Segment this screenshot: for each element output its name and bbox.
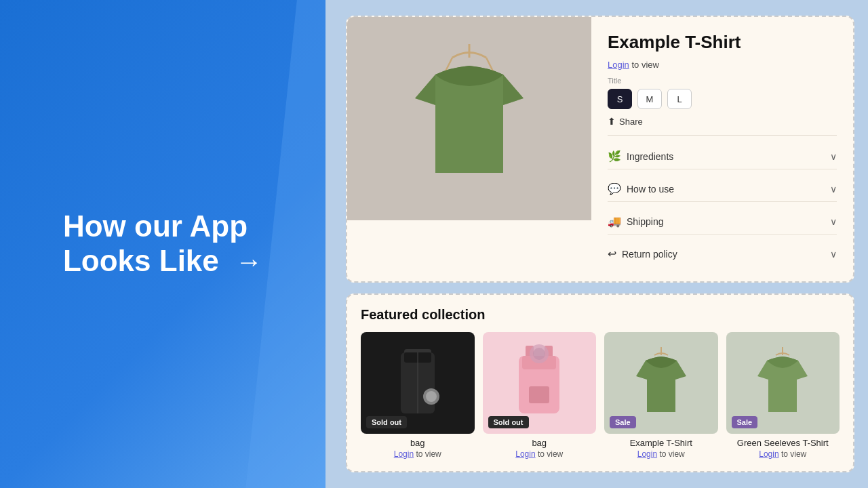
tshirt1-login: Login to view <box>637 449 685 459</box>
accordion-ingredients[interactable]: 🌿 Ingredients ∨ <box>608 144 837 169</box>
svg-rect-13 <box>529 386 549 403</box>
tshirt1-image: Sale <box>604 332 718 434</box>
return-policy-label: Return policy <box>622 249 677 260</box>
size-l-button[interactable]: L <box>667 89 692 109</box>
share-label: Share <box>619 117 643 127</box>
product-image <box>347 17 591 220</box>
accordion-how-to-use[interactable]: 💬 How to use ∨ <box>608 176 837 202</box>
sale-badge-2: Sale <box>732 416 758 428</box>
arrow-icon: → <box>235 246 262 277</box>
bag-black-name: bag <box>410 438 425 448</box>
chevron-down-icon: ∨ <box>830 216 837 227</box>
size-s-button[interactable]: S <box>608 89 632 109</box>
hero-line2: Looks Like → <box>63 244 262 279</box>
size-m-button[interactable]: M <box>637 89 662 109</box>
bag-black-image: Sold out <box>361 332 475 434</box>
sale-badge-1: Sale <box>610 416 636 428</box>
sold-out-badge-2: Sold out <box>488 416 529 428</box>
shipping-label: Shipping <box>627 216 664 227</box>
tshirt2-login: Login to view <box>759 449 806 459</box>
hero-line1: How our App <box>63 209 262 244</box>
tshirt1-login-link[interactable]: Login <box>637 449 657 459</box>
hero-text: How our App Looks Like → <box>22 209 303 278</box>
left-panel: How our App Looks Like → <box>0 0 326 488</box>
shipping-icon: 🚚 <box>608 215 621 228</box>
accordion-shipping[interactable]: 🚚 Shipping ∨ <box>608 209 837 235</box>
divider <box>608 135 837 136</box>
tshirt1-name: Example T-Shirt <box>630 438 692 448</box>
product-bag-pink: Sold out bag Login to view <box>483 332 597 459</box>
tshirt-image <box>347 17 591 220</box>
bag-pink-login: Login to view <box>515 449 563 459</box>
price-login-link[interactable]: Login <box>608 60 629 70</box>
ingredients-label: Ingredients <box>627 151 673 162</box>
product-tshirt-1: Sale Example T-Shirt Login to view <box>604 332 718 459</box>
products-grid: Sold out bag Login to view <box>361 332 840 459</box>
share-icon: ⬆ <box>608 116 616 127</box>
bag-black-login-link[interactable]: Login <box>394 449 414 459</box>
bag-pink-name: bag <box>532 438 547 448</box>
return-policy-icon: ↩ <box>608 247 616 260</box>
how-to-use-label: How to use <box>627 184 674 195</box>
tshirt2-image: Sale <box>726 332 840 434</box>
bag-pink-image: Sold out <box>483 332 597 434</box>
ingredients-icon: 🌿 <box>608 150 621 163</box>
size-label: Title <box>608 77 837 85</box>
price-login-line: Login to view <box>608 60 837 70</box>
size-buttons: S M L <box>608 89 837 109</box>
svg-point-8 <box>426 391 437 402</box>
product-bag-black: Sold out bag Login to view <box>361 332 475 459</box>
product-title: Example T-Shirt <box>608 32 837 53</box>
size-section: Title S M L <box>608 77 837 109</box>
chevron-down-icon: ∨ <box>830 184 837 195</box>
bag-black-login: Login to view <box>394 449 441 459</box>
sold-out-badge-1: Sold out <box>366 416 407 428</box>
svg-point-15 <box>533 348 545 360</box>
how-to-use-icon: 💬 <box>608 182 621 195</box>
right-panel: Example T-Shirt Login to view Title S M … <box>326 0 868 488</box>
chevron-down-icon: ∨ <box>830 249 837 260</box>
accordion-return-policy[interactable]: ↩ Return policy ∨ <box>608 241 837 266</box>
product-card: Example T-Shirt Login to view Title S M … <box>346 16 854 283</box>
product-tshirt-2: Sale Green Seeleves T-Shirt Login to vie… <box>726 332 840 459</box>
product-info: Example T-Shirt Login to view Title S M … <box>591 17 853 281</box>
tshirt2-login-link[interactable]: Login <box>759 449 778 459</box>
tshirt2-name: Green Seeleves T-Shirt <box>737 438 829 448</box>
chevron-down-icon: ∨ <box>830 151 837 162</box>
featured-collection-card: Featured collection Sold out bag <box>346 293 854 472</box>
share-button[interactable]: ⬆ Share <box>608 116 837 127</box>
featured-title: Featured collection <box>361 307 840 323</box>
bag-pink-login-link[interactable]: Login <box>515 449 535 459</box>
